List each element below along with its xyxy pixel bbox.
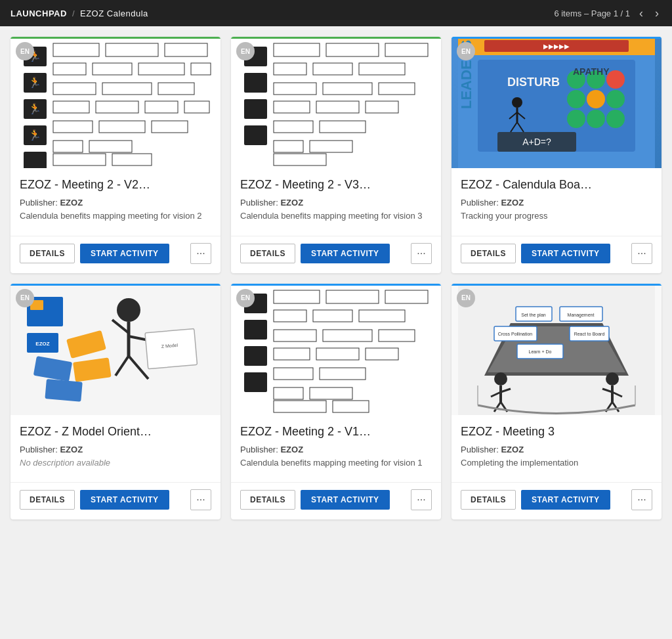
card-5-title: EZOZ - Meeting 2 - V1… bbox=[240, 424, 432, 439]
svg-rect-101 bbox=[359, 310, 405, 322]
card-3-preview: EN ▶▶▶▶▶ LEADERS DISTURB bbox=[452, 37, 662, 168]
card-6-more-button[interactable]: ··· bbox=[631, 489, 652, 510]
app-header: LAUNCHPAD / EZOZ Calendula 6 items – Pag… bbox=[0, 0, 672, 26]
card-6-lang-badge: EN bbox=[457, 289, 475, 307]
svg-rect-21 bbox=[145, 101, 178, 113]
prev-page-button[interactable]: ‹ bbox=[637, 7, 646, 20]
card-2-preview: EN bbox=[231, 37, 441, 168]
activity-card-4: EN bbox=[10, 284, 220, 520]
svg-rect-32 bbox=[244, 99, 267, 119]
card-3-body: EZOZ - Calendula Boa… Publisher: EZOZ Tr… bbox=[452, 168, 662, 229]
svg-text:▶▶▶▶▶: ▶▶▶▶▶ bbox=[543, 43, 570, 50]
activity-card-5: EN bbox=[231, 284, 441, 520]
card-6-details-button[interactable]: DETAILS bbox=[461, 490, 516, 510]
card-1-svg: 🏃 🏃 🏃 🏃 bbox=[10, 37, 220, 168]
svg-text:Set the plan: Set the plan bbox=[521, 313, 545, 318]
svg-text:Management: Management bbox=[568, 313, 595, 318]
card-6-body: EZOZ - Meeting 3 Publisher: EZOZ Complet… bbox=[452, 415, 662, 476]
svg-text:Cross Pollination: Cross Pollination bbox=[498, 332, 533, 336]
activity-card-6: EN Set the plan Management Cross Pollina… bbox=[452, 284, 662, 520]
svg-rect-34 bbox=[274, 43, 320, 56]
card-5-more-button[interactable]: ··· bbox=[411, 489, 432, 510]
svg-rect-33 bbox=[244, 125, 267, 145]
card-3-details-button[interactable]: DETAILS bbox=[461, 244, 516, 263]
svg-rect-17 bbox=[102, 83, 152, 95]
card-3-description: Tracking your progress bbox=[461, 210, 652, 222]
brand-label: LAUNCHPAD bbox=[10, 9, 67, 18]
svg-rect-11 bbox=[165, 43, 207, 56]
card-5-start-button[interactable]: START AcTIvITY bbox=[301, 490, 390, 510]
svg-rect-35 bbox=[326, 43, 379, 56]
card-5-details-button[interactable]: DETAILS bbox=[240, 490, 295, 510]
svg-rect-12 bbox=[53, 63, 86, 75]
card-6-start-button[interactable]: START ACTIVITY bbox=[521, 490, 610, 510]
card-6-publisher: Publisher: EZOZ bbox=[461, 445, 652, 454]
card-5-footer: DETAILS START AcTIvITY ··· bbox=[231, 482, 441, 519]
card-4-footer: DETAILS StaRT ActivITY ··· bbox=[10, 482, 220, 519]
card-6-title: EZOZ - Meeting 3 bbox=[461, 424, 652, 439]
card-1-more-button[interactable]: ··· bbox=[190, 243, 211, 264]
activity-grid: EN 🏃 🏃 🏃 🏃 bbox=[10, 37, 662, 519]
svg-rect-9 bbox=[53, 43, 99, 56]
card-6-description: Completing the implementation bbox=[461, 457, 652, 469]
card-1-start-button[interactable]: START ACTIVITY bbox=[80, 244, 169, 263]
card-5-description: Calendula benefits mapping meeting for v… bbox=[240, 457, 432, 469]
card-1-publisher: Publisher: EZOZ bbox=[20, 198, 211, 208]
next-page-button[interactable]: › bbox=[652, 7, 662, 20]
svg-rect-113 bbox=[333, 401, 369, 412]
card-3-svg: ▶▶▶▶▶ LEADERS DISTURB bbox=[452, 37, 662, 168]
card-2-start-button[interactable]: START ACTIVITY bbox=[301, 244, 390, 263]
svg-text:APATHY: APATHY bbox=[573, 66, 610, 77]
svg-rect-26 bbox=[53, 141, 83, 152]
card-1-details-button[interactable]: DETAILS bbox=[20, 244, 75, 263]
card-6-footer: DETAILS START ACTIVITY ··· bbox=[452, 482, 662, 519]
card-4-description: No description available bbox=[20, 457, 211, 469]
card-4-more-button[interactable]: ··· bbox=[190, 489, 211, 510]
svg-rect-94 bbox=[244, 346, 267, 366]
svg-rect-104 bbox=[379, 330, 415, 342]
activity-card-1: EN 🏃 🏃 🏃 🏃 bbox=[10, 37, 220, 273]
card-4-body: EZOZ - Z Model Orient… Publisher: EZOZ N… bbox=[10, 415, 220, 476]
svg-rect-98 bbox=[385, 290, 428, 303]
svg-point-65 bbox=[587, 110, 605, 128]
card-2-description: Calendula benefits mapping meeting for v… bbox=[240, 210, 432, 222]
svg-rect-44 bbox=[316, 101, 359, 113]
svg-rect-37 bbox=[274, 63, 306, 75]
svg-point-61 bbox=[567, 90, 585, 108]
card-2-publisher: Publisher: EZOZ bbox=[240, 198, 432, 208]
svg-rect-43 bbox=[274, 101, 310, 113]
card-4-svg: Z Model EZOZ bbox=[10, 284, 220, 415]
svg-rect-102 bbox=[274, 330, 316, 342]
card-1-title: EZOZ - Meeting 2 - V2… bbox=[20, 177, 211, 192]
card-2-footer: DETAILS START ACTIVITY ··· bbox=[231, 236, 441, 273]
card-3-more-button[interactable]: ··· bbox=[631, 243, 652, 264]
svg-rect-50 bbox=[274, 154, 326, 165]
svg-point-78 bbox=[117, 298, 140, 322]
svg-rect-20 bbox=[96, 101, 138, 113]
card-2-details-button[interactable]: DETAILS bbox=[240, 244, 295, 263]
svg-rect-99 bbox=[274, 310, 306, 322]
svg-rect-31 bbox=[244, 73, 267, 93]
card-5-body: EZOZ - Meeting 2 - V1… Publisher: EZOZ C… bbox=[231, 415, 441, 476]
svg-rect-86 bbox=[73, 357, 112, 382]
card-4-start-button[interactable]: StaRT ActivITY bbox=[80, 490, 169, 510]
card-1-lang-badge: EN bbox=[16, 42, 34, 60]
card-2-more-button[interactable]: ··· bbox=[411, 243, 432, 264]
activity-card-3: EN ▶▶▶▶▶ LEADERS DISTURB bbox=[452, 37, 662, 273]
card-3-start-button[interactable]: START ACTIVITY bbox=[521, 244, 610, 263]
card-4-details-button[interactable]: DETAILS bbox=[20, 490, 75, 510]
card-1-description: Calendula benefits mapping meeting for v… bbox=[20, 210, 211, 222]
svg-rect-96 bbox=[274, 290, 320, 303]
pagination-controls: 6 items – Page 1 / 1 ‹ › bbox=[554, 7, 662, 20]
svg-rect-49 bbox=[310, 141, 352, 152]
svg-text:EZOZ: EZOZ bbox=[35, 341, 49, 347]
svg-text:A+D=?: A+D=? bbox=[522, 137, 551, 147]
svg-rect-108 bbox=[274, 368, 313, 380]
svg-rect-95 bbox=[244, 372, 267, 392]
card-1-footer: DETAILS START ACTIVITY ··· bbox=[10, 236, 220, 273]
card-1-preview: EN 🏃 🏃 🏃 🏃 bbox=[10, 37, 220, 168]
page-title: EZOZ Calendula bbox=[80, 9, 148, 18]
svg-rect-29 bbox=[112, 154, 152, 165]
svg-rect-106 bbox=[316, 348, 359, 360]
svg-rect-111 bbox=[310, 387, 352, 399]
